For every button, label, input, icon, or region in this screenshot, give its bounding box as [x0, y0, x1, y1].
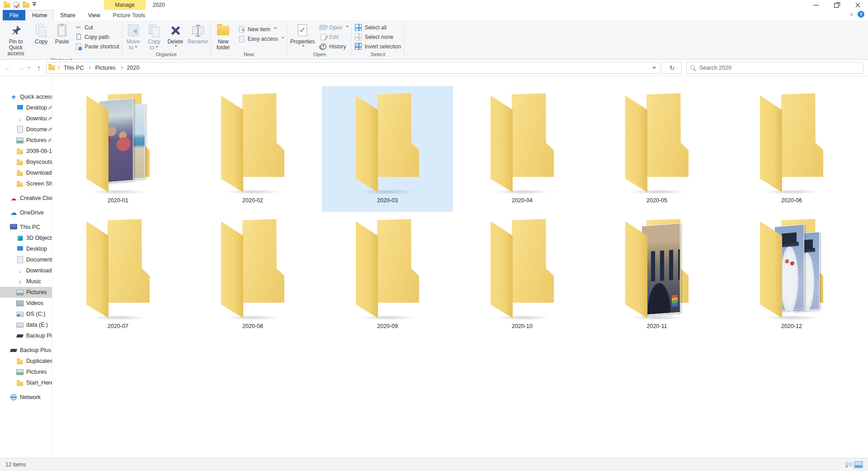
copy-path-button[interactable]: Copy path: [72, 32, 122, 42]
minimize-button[interactable]: [806, 0, 826, 10]
sidebar-item-start-here[interactable]: Start_Here_: [0, 377, 52, 388]
folder-tile-2020-08[interactable]: 2020-08: [187, 212, 318, 338]
rename-button[interactable]: Rename: [186, 22, 210, 46]
ribbon: Pin to Quick access Copy Paste ✂ Cut: [0, 20, 868, 60]
sidebar-item-pictures-backup[interactable]: Pictures: [0, 366, 52, 377]
new-item-button[interactable]: New item: [236, 24, 287, 34]
paste-shortcut-icon: [76, 43, 81, 50]
collapse-ribbon-icon[interactable]: ∧: [850, 12, 853, 17]
select-none-button[interactable]: Select none: [352, 32, 403, 42]
sidebar-item-pictures[interactable]: Pictures: [0, 287, 52, 298]
delete-icon: [170, 24, 181, 36]
folder-tile-2020-02[interactable]: 2020-02: [187, 86, 318, 212]
folder-tile-2020-11[interactable]: 2020-11: [591, 212, 722, 338]
sidebar-item-onedrive[interactable]: ☁ OneDrive: [0, 207, 52, 218]
folder-tile-2020-07[interactable]: 2020-07: [52, 212, 184, 338]
restore-button[interactable]: [826, 0, 847, 10]
new-folder-button[interactable]: New folder: [211, 22, 236, 52]
recent-locations-icon[interactable]: [27, 67, 31, 71]
sidebar-item-backup-plus[interactable]: Backup Plus: [0, 345, 52, 356]
chevron-right-icon: [57, 66, 60, 69]
navigation-pane: ★ Quick access Desktop ↓ Downloa Docume …: [0, 76, 52, 458]
close-button[interactable]: [847, 0, 868, 10]
sidebar-item-quick-access[interactable]: ★ Quick access: [0, 91, 52, 102]
large-icons-view-icon[interactable]: [854, 461, 863, 468]
file-list: 2020-01 2020-02 2020-03: [52, 76, 868, 458]
folder-tile-2020-10[interactable]: 2020-10: [457, 212, 588, 338]
breadcrumb-this-pc[interactable]: This PC: [61, 65, 86, 71]
chevron-right-icon: [88, 66, 91, 69]
sidebar-item-pictures-pinned[interactable]: Pictures: [0, 135, 52, 146]
help-icon[interactable]: ?: [858, 11, 864, 18]
properties-button[interactable]: ✓ Properties: [288, 22, 317, 49]
tab-file[interactable]: File: [3, 10, 25, 20]
drive-icon: [16, 321, 24, 328]
sidebar-item-os-c[interactable]: OS (C:): [0, 309, 52, 319]
sidebar-item-network[interactable]: Network: [0, 392, 52, 403]
cut-button[interactable]: ✂ Cut: [72, 23, 122, 32]
new-folder-icon[interactable]: [23, 3, 29, 8]
tab-picture-tools[interactable]: Picture Tools: [107, 10, 151, 20]
refresh-button[interactable]: ↻: [663, 62, 682, 74]
breadcrumb-2020[interactable]: 2020: [124, 65, 142, 71]
folder-tile-2020-05[interactable]: 2020-05: [591, 86, 722, 212]
desktop-icon: [16, 245, 24, 252]
paste-shortcut-button[interactable]: Paste shortcut: [72, 42, 122, 51]
folder-tile-2020-09[interactable]: 2020-09: [322, 212, 453, 338]
sidebar-item-creative-cloud[interactable]: Creative Clou: [0, 193, 52, 204]
folder-tile-2020-03-selected[interactable]: 2020-03: [322, 86, 453, 212]
sidebar-item-data-e[interactable]: data (E:): [0, 319, 52, 330]
sidebar-item-music[interactable]: ♪ Music: [0, 276, 52, 287]
sidebar-item-downloads-pinned[interactable]: ↓ Downloa: [0, 113, 52, 124]
folder-tile-2020-06[interactable]: 2020-06: [726, 86, 857, 212]
sidebar-item-videos[interactable]: Videos: [0, 298, 52, 309]
address-bar[interactable]: This PC Pictures 2020: [46, 62, 661, 74]
history-icon: [320, 43, 326, 50]
details-view-icon[interactable]: [845, 461, 853, 468]
tab-home[interactable]: Home: [25, 10, 54, 20]
folder-tile-2020-12[interactable]: 2020-12: [726, 212, 857, 338]
invert-selection-button[interactable]: Invert selection: [352, 42, 403, 51]
sidebar-item-duplicates[interactable]: Duplicates (: [0, 356, 52, 366]
folder-tile-2020-04[interactable]: 2020-04: [457, 86, 588, 212]
easy-access-button[interactable]: Easy access: [236, 34, 287, 43]
edit-button[interactable]: Edit: [317, 32, 351, 42]
manage-contextual-header[interactable]: Manage: [104, 0, 146, 10]
sidebar-item-3d-objects[interactable]: 3D Objects: [0, 233, 52, 243]
sidebar-item-downloads[interactable]: ↓ Downloads: [0, 265, 52, 276]
edit-icon: [321, 34, 326, 40]
folder-icon[interactable]: [4, 3, 10, 8]
address-dropdown-icon[interactable]: [652, 67, 656, 71]
sidebar-item-boyscouts[interactable]: Boyscouts: [0, 157, 52, 167]
properties-icon[interactable]: [14, 2, 19, 8]
sidebar-item-desktop-pc[interactable]: Desktop: [0, 243, 52, 254]
select-all-button[interactable]: Select all: [352, 23, 403, 32]
up-icon[interactable]: ↑: [33, 64, 44, 71]
search-box[interactable]: [686, 62, 863, 74]
tab-view[interactable]: View: [82, 10, 107, 20]
tab-share[interactable]: Share: [54, 10, 81, 20]
copy-to-button[interactable]: Copy to: [144, 22, 165, 52]
breadcrumb-pictures[interactable]: Pictures: [92, 65, 118, 71]
customize-toolbar-icon[interactable]: [33, 4, 36, 8]
open-button[interactable]: Open: [317, 23, 351, 32]
sidebar-item-documents-pinned[interactable]: Docume: [0, 124, 52, 135]
sidebar-item-this-pc[interactable]: This PC: [0, 222, 52, 233]
sidebar-item-2009-08-15[interactable]: 2009-08-15: [0, 146, 52, 157]
pin-to-quick-access-button[interactable]: Pin to Quick access: [1, 22, 31, 57]
copy-button[interactable]: Copy: [31, 22, 52, 46]
paste-button[interactable]: Paste: [52, 22, 72, 46]
sidebar-item-downloads-folder[interactable]: Downloads: [0, 167, 52, 178]
search-input[interactable]: [699, 65, 859, 71]
forward-icon[interactable]: →: [15, 64, 26, 71]
sidebar-item-backup-plus-child[interactable]: Backup Plu: [0, 330, 52, 341]
sidebar-item-documents[interactable]: Documents: [0, 254, 52, 265]
delete-button[interactable]: Delete: [165, 22, 186, 49]
back-icon[interactable]: ←: [3, 64, 14, 71]
sidebar-item-screen-shot[interactable]: Screen Shot: [0, 178, 52, 189]
sidebar-item-desktop[interactable]: Desktop: [0, 102, 52, 113]
invert-selection-icon: [355, 43, 362, 50]
folder-tile-2020-01[interactable]: 2020-01: [52, 86, 184, 212]
move-to-button[interactable]: Move to: [123, 22, 144, 52]
history-button[interactable]: History: [317, 42, 351, 51]
